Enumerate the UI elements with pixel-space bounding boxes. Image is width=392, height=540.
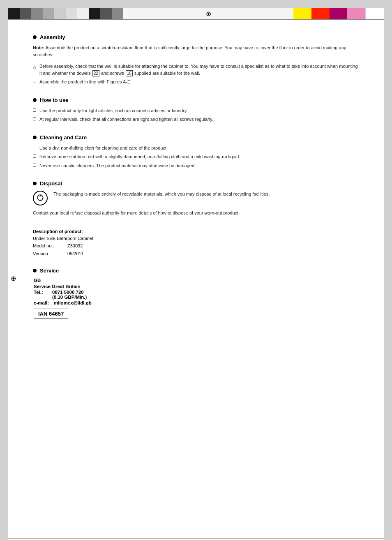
cleaning-content: Use a dry, non-fluffing cloth for cleani… [33,145,359,169]
note-text: Assemble the product on a scratch-resist… [33,45,346,57]
how-to-use-content: Use the product only for light articles,… [33,107,359,123]
color-pink [347,8,365,19]
assembly-item-2: Assemble the product in line with Figure… [33,78,359,85]
version-label: Version: [33,250,66,258]
cleaning-title: Cleaning and Care [33,134,359,141]
description-section: Description of product: Under-Sink Bathr… [33,228,359,258]
cleaning-item-2-text: Remove more stubborn dirt with a slightl… [39,153,359,160]
email-value: milomex@lidl.gb [54,300,92,305]
color-yellow [293,8,311,19]
service-name: Service Great Britain [34,284,359,289]
how-to-use-item-2: At regular intervals, check that all con… [33,116,359,123]
main-content: Assembly Note: Assemble the product on a… [8,20,384,344]
assembly-item-1-text: Before assembly, check that the wall is … [39,63,359,76]
page-footer: 4 GB ⊕ [8,538,384,540]
disposal-recycle-text: The packaging is made entirely of recycl… [53,191,270,198]
tel-label: Tel.: [34,290,52,295]
assembly-item-2-text: Assemble the product in line with Figure… [39,78,359,85]
service-tel-row: Tel.: 0871 5000 720 (0,10 GBP/Min.) [34,290,359,300]
cleaning-item-3-text: Never use caustic cleaners. The product … [39,162,359,169]
tel-value: 0871 5000 720 [52,290,87,295]
page-container: + + ⊕ ⊕ Assembly Note: Assemble [8,8,384,540]
color-white [365,8,384,19]
cleaning-item-1-text: Use a dry, non-fluffing cloth for cleani… [39,145,359,152]
square-bullet-5 [33,155,36,158]
model-label: Model no.: [33,242,66,250]
how-to-use-bullet [33,98,37,102]
box-16: 16 [126,70,133,76]
crosshair-symbol: ⊕ [206,10,211,18]
how-to-use-item-1-text: Use the product only for light articles,… [39,107,359,114]
tel-values: 0871 5000 720 (0,10 GBP/Min.) [52,290,87,300]
assembly-note: Note: Assemble the product on a scratch-… [33,44,359,58]
how-to-use-item-2-text: At regular intervals, check that all con… [39,116,359,123]
description-bold-label: Description of product: [33,228,359,235]
model-value: Z30032 [67,242,359,250]
how-to-use-section: How to use Use the product only for ligh… [33,97,359,123]
tel-sub: (0,10 GBP/Min.) [52,295,87,300]
disposal-title: Disposal [33,180,359,187]
assembly-bullet [33,35,37,39]
service-content: GB Service Great Britain Tel.: 0871 5000… [34,278,359,319]
cleaning-item-3: Never use caustic cleaners. The product … [33,162,359,169]
disposal-bullet [33,182,37,185]
how-to-use-title: How to use [33,97,359,103]
cleaning-item-1: Use a dry, non-fluffing cloth for cleani… [33,145,359,152]
service-section: Service GB Service Great Britain Tel.: 0… [33,268,359,319]
box-22: 22 [92,70,99,76]
color-magenta [330,8,348,19]
disposal-section: Disposal [33,180,359,217]
service-country: GB [34,278,359,283]
color-swatches-right [293,8,384,19]
grayscale-swatches [8,8,123,19]
assembly-section: Assembly Note: Assemble the product on a… [33,34,359,85]
triangle-icon: △ [33,63,36,70]
service-bullet [33,269,37,272]
recycle-icon [33,191,48,205]
cleaning-section: Cleaning and Care Use a dry, non-fluffin… [33,134,359,169]
square-bullet-3 [33,117,36,120]
disposal-contact-text: Contact your local refuse disposal autho… [33,210,359,217]
note-label: Note: [33,45,44,50]
top-center-crosshair: ⊕ [123,8,293,19]
description-grid: Model no.: Z30032 Version: 05/2011 [33,242,359,258]
ian-label: IAN 64657 [38,311,64,317]
square-bullet-6 [33,164,36,167]
square-bullet-4 [33,146,36,149]
how-to-use-item-1: Use the product only for light articles,… [33,107,359,114]
square-bullet-2 [33,108,36,112]
service-email-row: e-mail: milomex@lidl.gb [34,300,359,305]
disposal-content: The packaging is made entirely of recycl… [33,191,359,217]
cleaning-bullet [33,136,37,139]
ian-box: IAN 64657 [34,309,68,319]
disposal-icon-row: The packaging is made entirely of recycl… [33,191,359,205]
assembly-content: Note: Assemble the product on a scratch-… [33,44,359,85]
square-bullet-1 [33,80,36,83]
cleaning-item-2: Remove more stubborn dirt with a slightl… [33,153,359,160]
color-red [311,8,330,19]
version-value: 05/2011 [67,250,359,258]
product-name: Under-Sink Bathroom Cabinet [33,235,359,242]
service-title: Service [33,268,359,274]
email-label: e-mail: [34,300,52,305]
assembly-title: Assembly [33,34,359,40]
top-color-bar: ⊕ [8,8,384,20]
assembly-item-1: △ Before assembly, check that the wall i… [33,63,359,76]
